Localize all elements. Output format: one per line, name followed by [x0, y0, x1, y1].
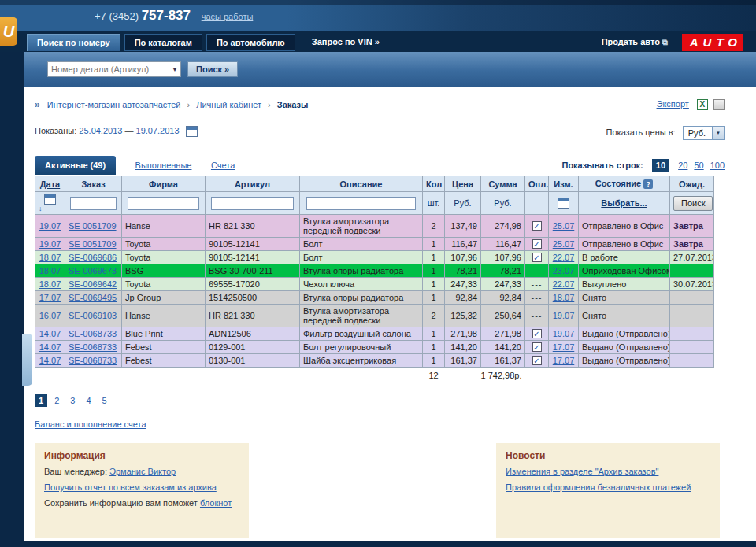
sort-direction-icon[interactable]: ↓	[39, 205, 61, 213]
changed-filter-calendar-icon[interactable]	[558, 198, 569, 209]
currency-select[interactable]: Руб. ▼	[683, 126, 724, 140]
order-date-link[interactable]: 19.07	[39, 239, 61, 249]
tab-active-orders[interactable]: Активные (49)	[35, 156, 116, 175]
firm-filter-input[interactable]	[128, 197, 199, 210]
page-1[interactable]: 1	[35, 394, 47, 407]
date-filter-calendar-icon[interactable]	[44, 194, 56, 205]
rows-option-20[interactable]: 20	[678, 161, 687, 170]
breadcrumb-shop-link[interactable]: Интернет-магазин автозапчастей	[47, 100, 181, 109]
search-button[interactable]: Поиск »	[187, 61, 238, 77]
paid-checkbox[interactable]: ✓	[532, 239, 542, 249]
box-line: Изменения в разделе "Архив заказов"	[506, 466, 710, 478]
order-number-link[interactable]: SE 0051709	[69, 221, 117, 231]
order-date-link[interactable]: 19.07	[39, 221, 61, 231]
rows-option-10[interactable]: 10	[652, 159, 669, 172]
description-filter-input[interactable]	[306, 197, 415, 210]
paid-checkbox[interactable]: ✓	[532, 253, 542, 262]
excel-export-icon[interactable]: X	[697, 99, 708, 110]
breadcrumb-cabinet-link[interactable]: Личный кабинет	[196, 100, 261, 109]
balance-link[interactable]: Баланс и пополнение счета	[35, 419, 146, 429]
side-pull-tab[interactable]	[22, 334, 32, 386]
part-number-input[interactable]	[48, 65, 169, 74]
date-to-link[interactable]: 19.07.2013	[136, 126, 180, 135]
changed-date-link[interactable]: 17.07	[553, 356, 575, 365]
rows-option-100[interactable]: 100	[710, 161, 724, 170]
description-cell: Болт	[300, 238, 423, 251]
rows-option-50[interactable]: 50	[694, 161, 703, 170]
order-date-link[interactable]: 14.07	[39, 329, 61, 338]
description-cell: Втулка опоры радиатора	[300, 264, 423, 278]
date-range-calendar-icon[interactable]	[186, 126, 198, 137]
col-date[interactable]: Дата	[35, 176, 65, 192]
export-link[interactable]: Экспорт	[657, 99, 689, 109]
paid-cell: ✓	[525, 354, 549, 368]
order-date-link[interactable]: 17.07	[39, 293, 61, 302]
col-date-label[interactable]: Дата	[40, 179, 60, 189]
article-filter-input[interactable]	[211, 197, 293, 210]
nav-tab-catalogs[interactable]: По каталогам	[124, 34, 202, 51]
changed-date-link[interactable]: 23.07	[553, 266, 575, 275]
changed-date-link[interactable]: 19.07	[553, 311, 575, 320]
article-cell: 1514250500	[206, 291, 300, 305]
combobox-dropdown-icon[interactable]: ▼	[169, 67, 180, 72]
order-number-link[interactable]: SE-0068733	[69, 342, 117, 352]
box-line: Правила оформления безналичных платежей	[506, 482, 710, 493]
page-4[interactable]: 4	[82, 394, 94, 407]
working-hours-link[interactable]: часы работы	[202, 12, 254, 21]
sell-auto-link[interactable]: Продать авто⧉	[602, 37, 668, 47]
order-date-link[interactable]: 14.07	[39, 356, 61, 365]
order-date-link[interactable]: 18.07	[39, 266, 61, 275]
changed-date-link[interactable]: 18.07	[553, 293, 575, 302]
box-line-link[interactable]: Правила оформления безналичных платежей	[506, 482, 691, 492]
changed-date-link[interactable]: 25.07	[553, 221, 575, 231]
paid-cell: ✓	[525, 251, 549, 264]
paid-checkbox[interactable]: ✓	[532, 356, 542, 365]
box-line-link[interactable]: Изменения в разделе "Архив заказов"	[506, 467, 658, 476]
box-line-link[interactable]: Получить отчет по всем заказам из архива	[44, 482, 217, 492]
print-export-icon[interactable]	[713, 99, 724, 110]
site-logo[interactable]: U	[0, 17, 17, 46]
changed-date-link[interactable]: 22.07	[553, 279, 575, 289]
paid-cell: ---	[525, 291, 549, 305]
box-line-link[interactable]: Эрманис Виктор	[109, 467, 176, 476]
page-2[interactable]: 2	[50, 394, 63, 407]
paid-checkbox[interactable]: ✓	[532, 342, 542, 352]
changed-date-link[interactable]: 17.07	[553, 342, 575, 352]
box-line-link[interactable]: блокнот	[200, 498, 232, 508]
paid-checkbox[interactable]: ✓	[532, 221, 542, 231]
nav-tab-by-car[interactable]: По автомобилю	[206, 34, 295, 51]
paid-checkbox[interactable]: ✓	[532, 329, 542, 338]
order-number-link[interactable]: SE-0069642	[69, 279, 117, 289]
state-help-icon[interactable]: ?	[643, 179, 653, 189]
qty-cell: 2	[423, 215, 445, 238]
order-number-link[interactable]: SE-0069673	[69, 266, 117, 275]
nav-tab-search-by-number[interactable]: Поиск по номеру	[27, 34, 120, 51]
order-date-link[interactable]: 14.07	[39, 342, 61, 352]
order-date-link[interactable]: 16.07	[39, 311, 61, 320]
order-number-link[interactable]: SE-0068733	[69, 356, 117, 365]
order-number-link[interactable]: SE-0069103	[69, 311, 117, 320]
date-from-link[interactable]: 25.04.2013	[79, 126, 122, 135]
tab-completed-orders[interactable]: Выполненные	[135, 161, 192, 170]
page-3[interactable]: 3	[66, 394, 79, 407]
tab-invoices[interactable]: Счета	[211, 161, 235, 170]
order-number-link[interactable]: SE-0069495	[69, 293, 117, 302]
state-select-link[interactable]: Выбрать...	[601, 198, 647, 208]
order-number-link[interactable]: SE 0051709	[69, 239, 117, 249]
changed-date-link[interactable]: 25.07	[553, 239, 575, 249]
table-search-button[interactable]: Поиск	[673, 196, 713, 211]
totals-row: 12 1 742,98р.	[35, 368, 714, 384]
order-filter-input[interactable]	[70, 197, 117, 210]
order-number-link[interactable]: SE-0068733	[69, 329, 117, 338]
price-cell: 92,84	[445, 291, 481, 305]
changed-date-link[interactable]: 19.07	[553, 329, 575, 338]
order-number-link[interactable]: SE-0069686	[69, 253, 117, 262]
changed-date-link[interactable]: 22.07	[553, 253, 575, 262]
auto-brand-logo[interactable]: AUTO	[682, 34, 743, 51]
nav-tab-vin-request[interactable]: Запрос по VIN »	[299, 34, 389, 51]
expected-cell	[670, 291, 714, 305]
order-date-link[interactable]: 18.07	[39, 279, 61, 289]
order-date-link[interactable]: 18.07	[39, 253, 61, 262]
page-5[interactable]: 5	[98, 394, 111, 407]
col-description: Описание	[300, 176, 423, 192]
